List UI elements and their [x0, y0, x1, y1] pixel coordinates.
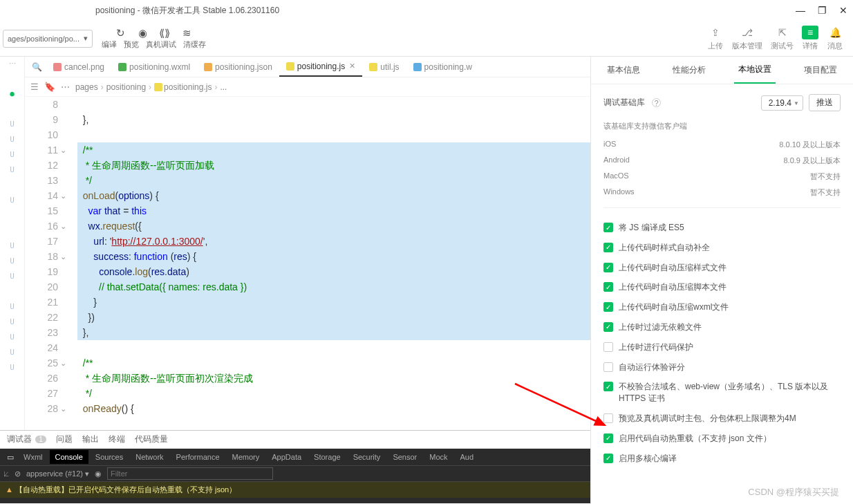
- list-icon[interactable]: ☰: [30, 82, 39, 92]
- devtools-tab-sensor[interactable]: Sensor: [387, 450, 422, 464]
- checkbox-label: 上传代码时自动压缩脚本文件: [619, 281, 727, 293]
- inspect-icon[interactable]: ⟀: [4, 469, 9, 478]
- setting-checkbox-row[interactable]: ✓上传代码时自动压缩脚本文件: [603, 277, 841, 297]
- platform-name: iOS: [603, 140, 616, 150]
- file-tab[interactable]: cancel.png: [46, 57, 111, 77]
- devtools-tab-security[interactable]: Security: [348, 450, 386, 464]
- bc-positioning[interactable]: positioning: [106, 82, 146, 92]
- devtools-tab-network[interactable]: Network: [130, 450, 169, 464]
- devtools-tab-sources[interactable]: Sources: [90, 450, 129, 464]
- file-tab[interactable]: util.js: [362, 57, 406, 77]
- upload-button[interactable]: ⇪上传: [707, 26, 724, 51]
- more-icon[interactable]: ⋯: [9, 59, 16, 67]
- eye-icon[interactable]: ◉: [136, 27, 149, 39]
- setting-checkbox-row[interactable]: 预览及真机调试时主包、分包体积上限调整为4M: [603, 409, 841, 429]
- close-icon[interactable]: ✕: [839, 5, 847, 16]
- lib-label: 调试基础库: [603, 97, 645, 109]
- setting-checkbox-row[interactable]: ✓上传代码时样式自动补全: [603, 238, 841, 258]
- checkbox-icon: ✓: [603, 382, 613, 391]
- compile-label: 编译: [100, 39, 119, 50]
- devtools-tab-storage[interactable]: Storage: [308, 450, 346, 464]
- checkbox-label: 启用代码自动热重载（不支持 json 文件）: [619, 433, 771, 445]
- close-icon[interactable]: ✕: [349, 62, 355, 71]
- devtools-tab-console[interactable]: Console: [50, 450, 88, 464]
- setting-checkbox-row[interactable]: ✓启用多核心编译: [603, 449, 841, 469]
- context-select[interactable]: appservice (#12) ▾: [26, 469, 89, 478]
- stack-icon[interactable]: ≋: [180, 27, 193, 39]
- tab-local-settings[interactable]: 本地设置: [734, 57, 776, 84]
- bc-more[interactable]: ...: [220, 82, 227, 92]
- platform-name: Windows: [603, 187, 635, 198]
- setting-checkbox-row[interactable]: 自动运行体验评分: [603, 357, 841, 377]
- eye-icon[interactable]: ◉: [95, 469, 102, 478]
- search-icon[interactable]: 🔍: [28, 62, 46, 72]
- devtools-tab-wxml[interactable]: Wxml: [18, 450, 48, 464]
- checkbox-icon: ✓: [603, 433, 613, 443]
- bell-icon: 🔔: [827, 26, 843, 39]
- tab-basic-info[interactable]: 基本信息: [603, 57, 644, 83]
- help-icon[interactable]: ?: [652, 98, 661, 107]
- checkbox-icon: ✓: [603, 302, 613, 312]
- message-button[interactable]: 🔔消息: [827, 26, 843, 51]
- clearcache-label: 清缓存: [181, 39, 207, 50]
- maximize-icon[interactable]: ❐: [818, 5, 827, 16]
- setting-checkbox-row[interactable]: 上传时进行代码保护: [603, 337, 841, 357]
- filter-input[interactable]: [107, 467, 273, 480]
- bc-pages[interactable]: pages: [75, 82, 98, 92]
- file-tab-label: util.js: [380, 62, 399, 72]
- upload-icon: ⇪: [707, 26, 724, 39]
- code-quality-tab[interactable]: 代码质量: [135, 433, 168, 445]
- file-tab[interactable]: positioning.json: [197, 57, 279, 77]
- menu-icon: ≡: [802, 26, 818, 39]
- platform-row: Android8.0.9 及以上版本: [603, 153, 841, 169]
- setting-checkbox-row[interactable]: ✓启用代码自动热重载（不支持 json 文件）: [603, 429, 841, 449]
- page-path-dropdown[interactable]: ages/positioning/po...▾: [3, 30, 93, 48]
- checkbox-icon: ✓: [603, 263, 613, 272]
- devtools-tab-mock[interactable]: Mock: [424, 450, 453, 464]
- checkbox-icon: [603, 342, 613, 352]
- devtools-tab-aud[interactable]: Aud: [455, 450, 480, 464]
- devtools-tab-performance[interactable]: Performance: [171, 450, 225, 464]
- more-icon[interactable]: ⋯: [61, 82, 70, 92]
- setting-checkbox-row[interactable]: ✓上传代码时自动压缩样式文件: [603, 258, 841, 278]
- file-tab[interactable]: positioning.w: [406, 57, 479, 77]
- checkbox-icon: ✓: [603, 282, 613, 292]
- platform-version: 暂不支持: [810, 171, 841, 182]
- version-button[interactable]: ⎇版本管理: [732, 26, 762, 51]
- minimize-icon[interactable]: —: [796, 5, 805, 16]
- lib-version-select[interactable]: 2.19.4: [761, 95, 803, 111]
- breadcrumb: pages› positioning› positioning.js› ...: [75, 82, 227, 92]
- window-title: positioning - 微信开发者工具 Stable 1.06.230116…: [6, 5, 796, 17]
- problems-tab[interactable]: 问题: [56, 433, 73, 445]
- inspect-element-icon[interactable]: ▭: [4, 453, 17, 462]
- detail-button[interactable]: ≡详情: [802, 26, 818, 51]
- phone-icon[interactable]: ⟪⟫: [158, 27, 171, 39]
- file-tab-label: positioning.wxml: [129, 62, 190, 72]
- devtools-tab-memory[interactable]: Memory: [227, 450, 265, 464]
- right-panel: 基本信息 性能分析 本地设置 项目配置 调试基础库 ? 2.19.4 推送 该基…: [590, 57, 853, 504]
- output-tab[interactable]: 输出: [82, 433, 99, 445]
- setting-checkbox-row[interactable]: ✓上传时过滤无依赖文件: [603, 317, 841, 337]
- refresh-icon[interactable]: ↻: [114, 27, 126, 39]
- checkbox-label: 上传代码时自动压缩样式文件: [619, 262, 727, 274]
- checkbox-label: 启用多核心编译: [619, 453, 677, 465]
- tab-performance[interactable]: 性能分析: [668, 57, 710, 83]
- debugger-tab[interactable]: 调试器 1: [7, 433, 46, 445]
- bc-file[interactable]: positioning.js: [154, 82, 212, 92]
- test-id-button[interactable]: ⇱测试号: [771, 26, 794, 51]
- file-tab[interactable]: positioning.wxml: [111, 57, 197, 77]
- setting-checkbox-row[interactable]: ✓将 JS 编译成 ES5: [603, 218, 841, 238]
- file-tab-label: positioning.json: [215, 62, 272, 72]
- branch-icon: ⎇: [739, 26, 756, 39]
- file-tab-label: positioning.w: [424, 62, 472, 72]
- terminal-tab[interactable]: 终端: [109, 433, 125, 445]
- bookmark-icon[interactable]: 🔖: [44, 82, 55, 92]
- setting-checkbox-row[interactable]: ✓上传代码时自动压缩wxml文件: [603, 297, 841, 317]
- clear-icon[interactable]: ⊘: [15, 469, 21, 478]
- push-button[interactable]: 推送: [809, 94, 841, 111]
- platform-version: 8.0.9 及以上版本: [783, 156, 841, 166]
- file-tab[interactable]: positioning.js✕: [279, 57, 362, 77]
- setting-checkbox-row[interactable]: ✓不校验合法域名、web-view（业务域名）、TLS 版本以及 HTTPS 证…: [603, 377, 841, 409]
- devtools-tab-appdata[interactable]: AppData: [266, 450, 307, 464]
- tab-project-config[interactable]: 项目配置: [800, 57, 841, 83]
